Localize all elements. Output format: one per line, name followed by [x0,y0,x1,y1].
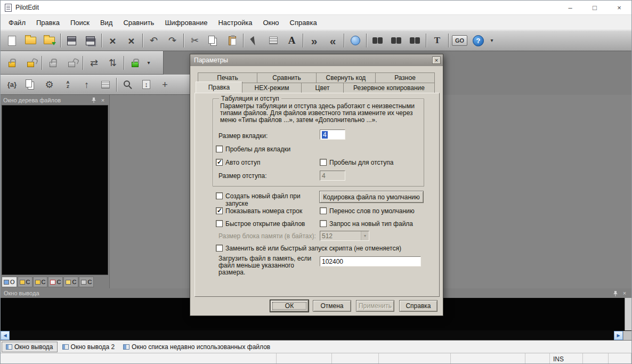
select-mode-button[interactable] [245,32,264,49]
scroll-right-icon[interactable]: ▶ [614,331,623,340]
column-mode-button[interactable] [264,32,282,49]
goto-button[interactable]: GO [450,32,469,49]
find-next-button[interactable] [387,32,406,49]
undo-button[interactable]: ↶ [144,32,163,49]
encrypt-file-button[interactable] [126,54,144,71]
checkbox-box[interactable] [216,220,223,227]
sync-files-button[interactable]: ⇅ [103,54,122,71]
cancel-button[interactable]: Отмена [313,300,351,312]
word-wrap-default-checkbox[interactable]: Перенос слов по умолчанию [320,207,415,215]
menu-encryption[interactable]: Шифрование [159,16,213,29]
grid-button[interactable]: + [156,76,174,93]
menu-search[interactable]: Поиск [65,16,95,29]
dock-tab-4[interactable]: С [48,277,63,287]
lock-file-button[interactable] [3,54,21,71]
output-tab-2[interactable]: Окно вывода 2 [59,342,119,352]
redo-button[interactable]: ↷ [163,32,182,49]
checkbox-box[interactable] [320,220,327,227]
maximize-button[interactable]: □ [582,1,607,14]
find-in-files-button[interactable] [346,32,364,49]
checkbox-box[interactable] [320,159,327,166]
lock-save-all-button[interactable] [62,54,81,71]
close-button[interactable]: × [607,1,631,14]
open-remote-file-button[interactable] [40,32,59,49]
menu-help[interactable]: Справка [285,16,322,29]
checkbox-box[interactable] [216,145,223,152]
file-tree-content[interactable] [2,105,108,275]
dock-tab-5[interactable]: С [63,277,78,287]
zoom-button[interactable] [118,76,137,93]
checkbox-box[interactable] [216,245,223,252]
tab-code-folding[interactable]: Свернуть код [316,72,376,83]
prev-position-button[interactable]: « [323,32,342,49]
tab-backup[interactable]: Резервное копирование [343,83,435,93]
load-limit-input[interactable]: 102400 [320,256,421,266]
tab-color[interactable]: Цвет [301,83,344,93]
prompt-new-type-checkbox[interactable]: Запрос на новый тип файла [320,220,413,228]
paste-button[interactable] [223,32,241,49]
output-vertical-scrollbar[interactable] [625,298,631,330]
settings-gear-button[interactable]: ⚙ [40,76,59,93]
help-button[interactable]: ? [469,32,488,49]
spaces-for-indent-checkbox[interactable]: Пробелы для отступа [320,159,393,166]
find-button[interactable] [368,32,387,49]
template-button[interactable] [21,76,40,93]
encrypt-menu-button[interactable]: ▾ [144,54,153,71]
fast-open-checkbox[interactable]: Быстрое открытие файлов [216,220,305,228]
output-tab-1[interactable]: Окно вывода [2,342,58,352]
scroll-left-icon[interactable]: ◀ [1,331,10,340]
dock-tab-file-tree[interactable]: О [2,277,17,287]
menu-file[interactable]: Файл [3,16,31,29]
default-encoding-button[interactable]: Кодировка файла по умолчанию [319,191,424,203]
checkbox-box[interactable] [216,192,223,199]
create-new-on-start-checkbox[interactable]: Создать новый файл при запуске [216,192,317,207]
ok-button[interactable]: ОК [270,300,309,312]
upload-button[interactable]: ↑ [77,76,96,93]
next-position-button[interactable]: » [305,32,323,49]
new-file-button[interactable] [3,32,21,49]
fit-height-button[interactable]: ↕ [137,76,156,93]
toolbar-overflow-button[interactable]: ▾ [488,32,496,49]
menu-view[interactable]: Вид [95,16,118,29]
menu-edit[interactable]: Правка [31,16,65,29]
tab-size-input[interactable]: 4 [320,130,345,140]
cut-button[interactable]: ✂ [185,32,204,49]
snippet-button[interactable]: {a} [3,76,21,93]
open-file-button[interactable] [21,32,40,49]
outline-button[interactable] [96,76,115,93]
menu-window[interactable]: Окно [257,16,284,29]
checkbox-box[interactable] [216,159,223,166]
dock-tab-3[interactable]: С [33,277,48,287]
lock-save-button[interactable] [44,54,62,71]
sort-az-button[interactable]: A Z [59,76,77,93]
pin-icon[interactable] [612,289,619,297]
menu-compare[interactable]: Сравнить [118,16,159,29]
close-file-button[interactable]: × [103,32,122,49]
tab-misc[interactable]: Разное [375,72,435,83]
replace-all-script-checkbox[interactable]: Заменить всё или быстрый запуск скрипта … [216,245,401,252]
dock-tab-2[interactable]: С [18,277,33,287]
replace-button[interactable] [406,32,424,49]
auto-indent-checkbox[interactable]: Авто отступ [216,159,260,166]
unlock-file-button[interactable] [21,54,40,71]
help-button[interactable]: Справка [399,300,437,312]
save-button[interactable] [62,32,81,49]
panel-close-icon[interactable]: × [99,96,107,104]
tab-hex-mode[interactable]: HEX-режим [242,83,302,93]
dock-tab-6[interactable]: С [79,277,94,287]
compare-swap-button[interactable]: ⇄ [85,54,103,71]
run-script-button[interactable]: T [428,32,447,49]
tab-edit[interactable]: Правка [196,82,242,93]
output-horizontal-scrollbar[interactable]: ◀ ▶ [1,330,631,340]
close-all-button[interactable]: × [122,32,141,49]
pin-icon[interactable] [90,96,98,104]
checkbox-box[interactable] [216,207,223,214]
save-all-button[interactable] [81,32,100,49]
show-line-numbers-checkbox[interactable]: Показывать номера строк [216,207,302,215]
panel-close-icon[interactable]: × [621,289,628,297]
checkbox-box[interactable] [320,207,327,214]
spaces-for-tab-checkbox[interactable]: Пробелы для вкладки [216,145,290,153]
output-tab-3[interactable]: Окно списка недавно использованных файло… [119,342,274,352]
dialog-close-icon[interactable]: × [432,56,441,64]
copy-button[interactable] [204,32,223,49]
